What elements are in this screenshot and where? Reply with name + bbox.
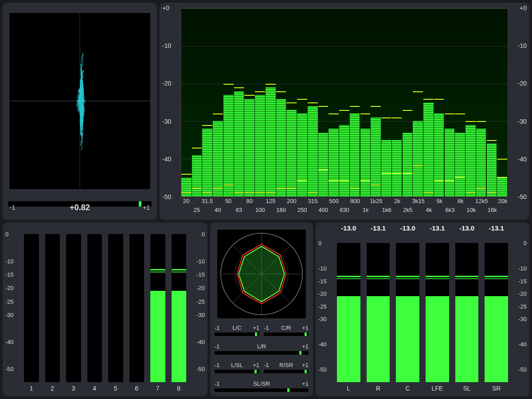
channel-meter — [106, 234, 125, 382]
spectrum-band — [413, 121, 423, 196]
spectrum-xlabel: 40 — [215, 207, 221, 213]
spectrum-band — [371, 117, 381, 196]
channel-meter — [64, 234, 83, 382]
channel-label: 8 — [170, 385, 188, 394]
spectrum-peak — [202, 125, 212, 126]
channel-label: C — [394, 385, 421, 394]
corr-handle[interactable] — [305, 370, 307, 373]
spectrum-peak — [318, 106, 329, 107]
spectrum-xlabel: 125 — [266, 198, 275, 204]
spectrum-xlabel: 31.5 — [202, 198, 213, 204]
spectrum-peak — [392, 117, 402, 118]
surround-correlations: -1 L/C +1 -1 C/R +1 -1 L/R +1 -1 L/SL +1… — [215, 325, 309, 394]
svg-marker-9 — [239, 246, 285, 301]
spectrum-band — [487, 144, 497, 196]
meter-ytick: -50 — [5, 365, 14, 372]
spectrum-band — [381, 140, 391, 196]
spectrum-xlabel: 200 — [287, 198, 297, 204]
corr-track[interactable] — [264, 370, 309, 373]
meter-ytick: -30 — [196, 312, 205, 318]
meter-ytick: -25 — [5, 298, 14, 305]
correlation-row: -1 SL/SR +1 — [215, 380, 309, 394]
channel-meters-8 — [22, 234, 188, 382]
corr-track[interactable] — [215, 388, 309, 392]
spectrum-xlabel: 630 — [340, 207, 349, 213]
spectrum-band — [403, 133, 413, 196]
channel-meter — [43, 234, 62, 382]
spectrum-freq-axis: 2031.550801252003155008001k252k3k155k8k1… — [181, 198, 508, 218]
spectrum-peak — [213, 113, 223, 114]
spectrum-peak — [423, 99, 434, 100]
corr-handle[interactable] — [287, 388, 289, 392]
channel-label: 5 — [106, 385, 125, 394]
spectrum-peak — [266, 84, 276, 85]
vectorscope-display — [9, 12, 151, 190]
channel-readout: -13.0 — [394, 224, 421, 233]
spectrum-peak — [381, 117, 391, 118]
spectrum-band — [244, 99, 254, 196]
spectrum-ytick: -50 — [518, 193, 527, 200]
channel-label: 2 — [43, 385, 62, 394]
meter-ytick: -30 — [518, 316, 527, 322]
correlation-row: -1 L/C +1 — [215, 325, 259, 338]
surround-polar-display — [217, 230, 306, 318]
channel-label: 3 — [64, 385, 83, 394]
channel-meter — [335, 243, 362, 382]
channel-meter — [365, 243, 392, 382]
channel-meters-6-labels: LRCLFESLSR — [335, 385, 510, 394]
spectrum-band — [266, 87, 276, 196]
channel-meter — [22, 234, 41, 382]
spectrum-band — [455, 133, 465, 196]
corr-handle[interactable] — [255, 332, 257, 336]
channel-label: L — [335, 385, 362, 394]
meter-ytick: -15 — [518, 278, 527, 284]
spectrum-ytick: -10 — [162, 42, 171, 49]
meter-ytick: 0 — [202, 231, 205, 238]
spectrum-xlabel: 25 — [193, 207, 200, 213]
meter-ytick: 0 — [318, 240, 321, 246]
spectrum-xlabel: 5k — [436, 198, 442, 204]
corr-handle[interactable] — [254, 370, 257, 373]
corr-track[interactable] — [215, 370, 259, 373]
corr-track[interactable] — [264, 332, 309, 336]
spectrum-peak — [234, 87, 244, 88]
spectrum-xlabel: 400 — [319, 207, 329, 213]
spectrum-band — [223, 95, 234, 196]
meter-ytick: -40 — [196, 338, 205, 345]
channel-label: SL — [454, 385, 481, 394]
spectrum-peak — [308, 102, 318, 103]
corr-handle[interactable] — [305, 332, 307, 336]
spectrum-ytick: -20 — [162, 80, 171, 87]
corr-max: +1 — [302, 362, 309, 368]
spectrum-band — [276, 99, 286, 196]
spectrum-xlabel: 500 — [329, 198, 339, 204]
meter-ytick: -20 — [196, 285, 205, 291]
channel-meters-6-panel: -13.0-13.1-13.0-13.1-13.0-13.1 0-10-15-2… — [316, 223, 529, 396]
corr-track[interactable] — [215, 351, 309, 355]
corr-handle[interactable] — [299, 351, 301, 355]
surround-polar-svg — [217, 230, 306, 318]
spectrum-xlabel: 80 — [246, 198, 253, 204]
spectrum-peak — [455, 113, 465, 114]
corr-max: +1 — [302, 343, 309, 350]
spectrum-ytick: -50 — [162, 193, 171, 200]
meter-ytick: -20 — [518, 290, 527, 297]
spectrum-xlabel: 250 — [297, 207, 307, 213]
spectrum-band — [476, 129, 486, 196]
spectrum-xlabel: 1k — [363, 207, 369, 213]
spectrum-band — [192, 155, 202, 196]
channel-meters-6-readouts: -13.0-13.1-13.0-13.1-13.0-13.1 — [335, 224, 510, 233]
spectrum-peak — [360, 113, 371, 114]
meter-ytick: -50 — [518, 366, 527, 373]
meter-ytick: -15 — [5, 271, 14, 278]
spectrum-peak — [434, 99, 444, 100]
spectrum-xlabel: 50 — [225, 198, 231, 204]
spectrum-xlabel: 8k — [458, 198, 464, 204]
corr-track[interactable] — [215, 332, 259, 336]
channel-label: 4 — [86, 385, 104, 394]
spectrum-band — [297, 113, 307, 196]
spectrum-xlabel: 100 — [255, 207, 265, 213]
spectrum-peak — [297, 99, 307, 100]
spectrum-xlabel: 160 — [276, 207, 286, 213]
spectrum-band — [202, 129, 212, 196]
